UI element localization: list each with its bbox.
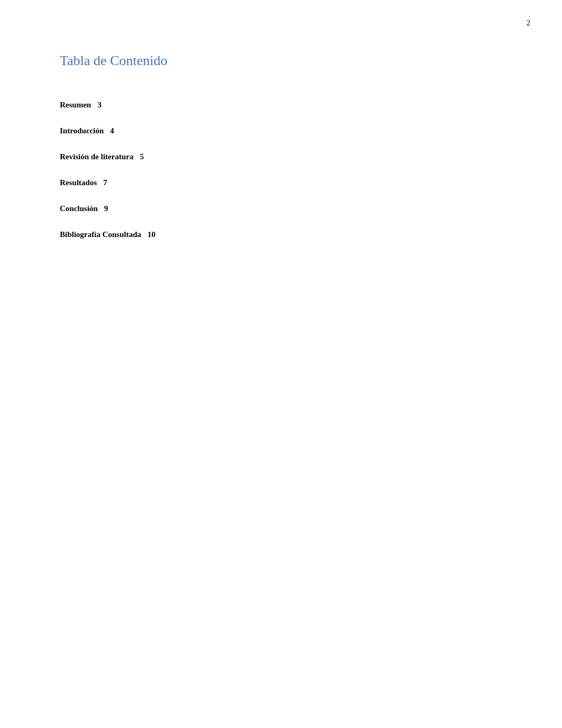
toc-item-label: Introducción: [60, 126, 104, 135]
toc-item-page: 4: [110, 126, 114, 135]
toc-item: Resumen3: [60, 101, 498, 110]
toc-item: Revisión de literatura5: [60, 152, 498, 161]
toc-list: Resumen3Introducción4Revisión de literat…: [60, 101, 498, 256]
toc-item-label: Resumen: [60, 101, 91, 110]
toc-item-label: Resultados: [60, 178, 97, 187]
toc-item-label: Bibliografía Consultada: [60, 230, 141, 239]
page-number: 2: [527, 19, 530, 28]
toc-item-page: 3: [97, 101, 102, 110]
toc-item: Resultados7: [60, 178, 498, 187]
toc-item-page: 9: [104, 204, 108, 213]
toc-item-label: Revisión de literatura: [60, 152, 133, 161]
toc-item: Bibliografía Consultada10: [60, 230, 498, 239]
toc-item: Introducción4: [60, 126, 498, 135]
document-page: 2 Tabla de Contenido Resumen3Introducció…: [0, 0, 562, 728]
toc-item-page: 7: [103, 178, 107, 187]
toc-title: Tabla de Contenido: [60, 53, 498, 69]
toc-item: Conclusión9: [60, 204, 498, 213]
toc-item-page: 5: [140, 152, 144, 161]
toc-item-label: Conclusión: [60, 204, 98, 213]
toc-item-page: 10: [148, 230, 156, 239]
